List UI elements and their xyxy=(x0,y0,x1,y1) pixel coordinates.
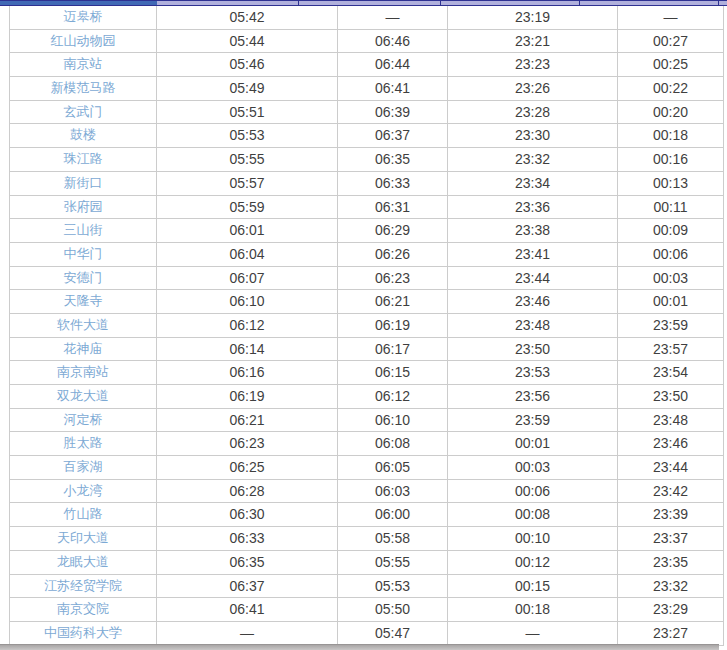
station-link[interactable]: 南京站 xyxy=(10,53,157,77)
station-link[interactable]: 小龙湾 xyxy=(10,480,157,504)
time-cell: 06:00 xyxy=(338,503,448,527)
station-link[interactable]: 中华门 xyxy=(10,243,157,267)
table-row: 江苏经贸学院 06:37 05:53 00:15 23:32 xyxy=(10,575,724,599)
time-cell: 06:37 xyxy=(338,124,448,148)
time-cell: 05:53 xyxy=(157,124,338,148)
station-link[interactable]: 安德门 xyxy=(10,267,157,291)
table-row: 南京站 05:46 06:44 23:23 00:25 xyxy=(10,53,724,77)
time-cell: 06:26 xyxy=(338,243,448,267)
station-link[interactable]: 玄武门 xyxy=(10,101,157,125)
station-link[interactable]: 中国药科大学 xyxy=(10,622,157,646)
station-link[interactable]: 花神庙 xyxy=(10,338,157,362)
bottom-divider-bar xyxy=(0,644,719,650)
station-link[interactable]: 天印大道 xyxy=(10,527,157,551)
station-link[interactable]: 张府园 xyxy=(10,196,157,220)
time-cell: 00:15 xyxy=(448,575,618,599)
station-link[interactable]: 竹山路 xyxy=(10,503,157,527)
header-strip-segment xyxy=(579,1,718,5)
time-cell: 06:01 xyxy=(157,219,338,243)
time-cell: — xyxy=(448,622,618,646)
time-cell: 06:35 xyxy=(157,551,338,575)
time-cell: 06:04 xyxy=(157,243,338,267)
time-cell: 06:31 xyxy=(338,196,448,220)
time-cell: 05:49 xyxy=(157,77,338,101)
time-cell: 06:33 xyxy=(157,527,338,551)
time-cell: 06:12 xyxy=(157,314,338,338)
time-cell: — xyxy=(157,622,338,646)
header-strip-segment xyxy=(298,1,440,5)
time-cell: 06:30 xyxy=(157,503,338,527)
station-link[interactable]: 鼓楼 xyxy=(10,124,157,148)
station-link[interactable]: 南京交院 xyxy=(10,598,157,622)
time-cell: 00:01 xyxy=(448,432,618,456)
station-link[interactable]: 新街口 xyxy=(10,172,157,196)
time-cell: 23:37 xyxy=(618,527,724,551)
table-row: 河定桥 06:21 06:10 23:59 23:48 xyxy=(10,409,724,433)
station-link[interactable]: 河定桥 xyxy=(10,409,157,433)
table-row: 张府园 05:59 06:31 23:36 00:11 xyxy=(10,196,724,220)
time-cell: 00:25 xyxy=(618,53,724,77)
table-row: 花神庙 06:14 06:17 23:50 23:57 xyxy=(10,338,724,362)
table-row: 天隆寺 06:10 06:21 23:46 00:01 xyxy=(10,290,724,314)
time-cell: 23:42 xyxy=(618,480,724,504)
time-cell: 06:08 xyxy=(338,432,448,456)
table-row: 百家湖 06:25 06:05 00:03 23:44 xyxy=(10,456,724,480)
table-row: 龙眠大道 06:35 05:55 00:12 23:35 xyxy=(10,551,724,575)
station-link[interactable]: 三山街 xyxy=(10,219,157,243)
time-cell: 06:37 xyxy=(157,575,338,599)
time-cell: 23:41 xyxy=(448,243,618,267)
station-link[interactable]: 胜太路 xyxy=(10,432,157,456)
time-cell: 00:27 xyxy=(618,30,724,54)
time-cell: 00:09 xyxy=(618,219,724,243)
table-row: 鼓楼 05:53 06:37 23:30 00:18 xyxy=(10,124,724,148)
time-cell: 23:44 xyxy=(448,267,618,291)
header-strip-segment xyxy=(718,1,727,5)
station-link[interactable]: 迈皋桥 xyxy=(10,6,157,30)
time-cell: 23:27 xyxy=(618,622,724,646)
time-cell: 06:19 xyxy=(157,385,338,409)
time-cell: 23:39 xyxy=(618,503,724,527)
station-link[interactable]: 南京南站 xyxy=(10,361,157,385)
time-cell: 23:23 xyxy=(448,53,618,77)
time-cell: 23:34 xyxy=(448,172,618,196)
time-cell: 23:35 xyxy=(618,551,724,575)
time-cell: 00:18 xyxy=(618,124,724,148)
station-link[interactable]: 龙眠大道 xyxy=(10,551,157,575)
time-cell: 05:50 xyxy=(338,598,448,622)
station-link[interactable]: 百家湖 xyxy=(10,456,157,480)
station-link[interactable]: 软件大道 xyxy=(10,314,157,338)
time-cell: 00:06 xyxy=(448,480,618,504)
time-cell: — xyxy=(338,6,448,30)
time-cell: 06:41 xyxy=(157,598,338,622)
station-link[interactable]: 江苏经贸学院 xyxy=(10,575,157,599)
time-cell: 23:36 xyxy=(448,196,618,220)
time-cell: 05:55 xyxy=(338,551,448,575)
table-row: 南京南站 06:16 06:15 23:53 23:54 xyxy=(10,361,724,385)
station-link[interactable]: 珠江路 xyxy=(10,148,157,172)
time-cell: 00:22 xyxy=(618,77,724,101)
time-cell: 00:11 xyxy=(618,196,724,220)
time-cell: 05:44 xyxy=(157,30,338,54)
time-cell: 00:13 xyxy=(618,172,724,196)
table-row: 双龙大道 06:19 06:12 23:56 23:50 xyxy=(10,385,724,409)
table-row: 南京交院 06:41 05:50 00:18 23:29 xyxy=(10,598,724,622)
table-row: 软件大道 06:12 06:19 23:48 23:59 xyxy=(10,314,724,338)
time-cell: 23:59 xyxy=(448,409,618,433)
timetable: 迈皋桥 05:42 — 23:19 — 红山动物园 05:44 06:46 23… xyxy=(9,6,724,646)
time-cell: 23:48 xyxy=(448,314,618,338)
time-cell: 23:28 xyxy=(448,101,618,125)
station-link[interactable]: 红山动物园 xyxy=(10,30,157,54)
time-cell: 05:55 xyxy=(157,148,338,172)
station-link[interactable]: 双龙大道 xyxy=(10,385,157,409)
time-cell: 06:21 xyxy=(157,409,338,433)
time-cell: 23:46 xyxy=(448,290,618,314)
time-cell: 06:14 xyxy=(157,338,338,362)
table-row: 迈皋桥 05:42 — 23:19 — xyxy=(10,6,724,30)
station-link[interactable]: 天隆寺 xyxy=(10,290,157,314)
time-cell: 23:21 xyxy=(448,30,618,54)
time-cell: 00:18 xyxy=(448,598,618,622)
table-row: 红山动物园 05:44 06:46 23:21 00:27 xyxy=(10,30,724,54)
header-strip-segment xyxy=(157,1,298,5)
time-cell: 23:57 xyxy=(618,338,724,362)
station-link[interactable]: 新模范马路 xyxy=(10,77,157,101)
